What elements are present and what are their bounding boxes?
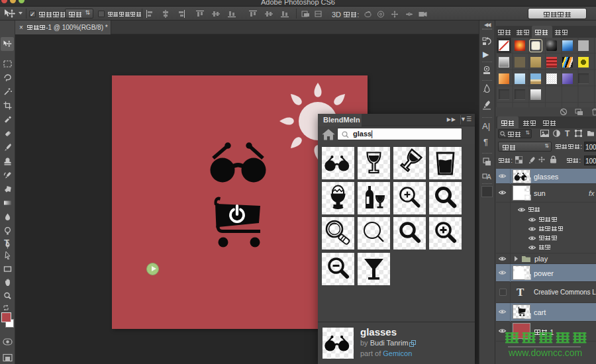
svg-text:A: A [487, 173, 491, 181]
